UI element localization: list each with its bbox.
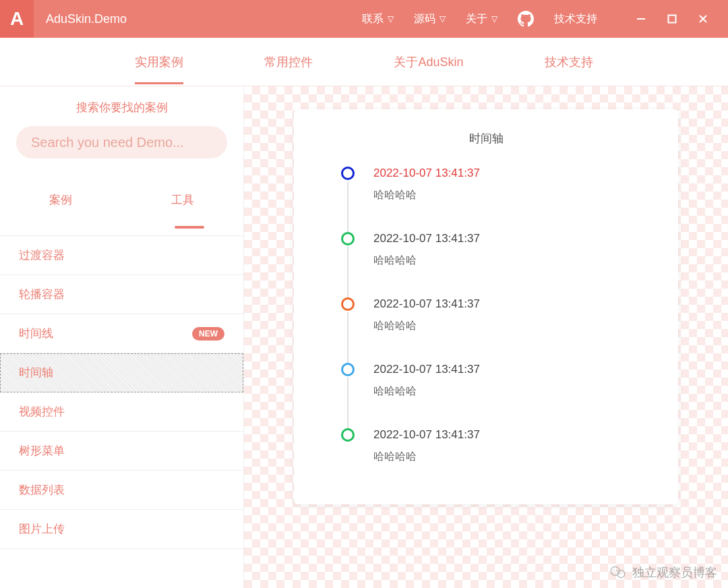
chevron-down-icon: ▽ bbox=[439, 14, 446, 24]
timeline-dot-icon bbox=[341, 363, 355, 376]
timeline-desc: 哈哈哈哈 bbox=[373, 319, 651, 333]
timeline-time: 2022-10-07 13:41:37 bbox=[373, 363, 651, 376]
titlebar: A AduSkin.Demo 联系 ▽ 源码 ▽ 关于 ▽ 技术支持 bbox=[0, 0, 728, 38]
timeline-desc: 哈哈哈哈 bbox=[373, 384, 651, 399]
timeline-item: 2022-10-07 13:41:37哈哈哈哈 bbox=[341, 363, 651, 428]
timeline-dot-icon bbox=[341, 428, 355, 442]
chevron-down-icon: ▽ bbox=[388, 14, 394, 24]
timeline-item: 2022-10-07 13:41:37哈哈哈哈 bbox=[341, 297, 651, 363]
timeline-item: 2022-10-07 13:41:37哈哈哈哈 bbox=[341, 428, 651, 464]
window-controls bbox=[626, 0, 719, 38]
app-title: AduSkin.Demo bbox=[46, 12, 127, 26]
timeline-dot-icon bbox=[341, 167, 355, 180]
list-item-label: 数据列表 bbox=[19, 482, 65, 498]
tab-controls[interactable]: 常用控件 bbox=[264, 40, 313, 84]
maximize-button[interactable] bbox=[657, 0, 688, 38]
timeline-desc: 哈哈哈哈 bbox=[373, 450, 651, 464]
timeline-item: 2022-10-07 13:41:37哈哈哈哈 bbox=[341, 232, 651, 297]
menu-support[interactable]: 技术支持 bbox=[554, 12, 597, 26]
svg-rect-1 bbox=[669, 16, 676, 23]
list-item-label: 树形菜单 bbox=[19, 443, 65, 459]
search-input[interactable] bbox=[16, 126, 227, 158]
menu-github[interactable] bbox=[518, 11, 534, 27]
search-wrap bbox=[0, 115, 243, 164]
timeline-time: 2022-10-07 13:41:37 bbox=[373, 428, 651, 442]
minimize-button[interactable] bbox=[626, 0, 657, 38]
sub-tab-cases[interactable]: 案例 bbox=[0, 183, 122, 217]
sub-tab-tools[interactable]: 工具 bbox=[122, 183, 244, 217]
search-label: 搜索你要找的案例 bbox=[0, 100, 243, 115]
timeline-desc: 哈哈哈哈 bbox=[373, 254, 651, 268]
tab-examples[interactable]: 实用案例 bbox=[135, 40, 183, 84]
list-item[interactable]: 树形菜单 bbox=[0, 432, 243, 471]
list-item[interactable]: 时间线 NEW bbox=[0, 314, 243, 353]
chevron-down-icon: ▽ bbox=[491, 14, 497, 24]
sidebar-sub-tabs: 案例 工具 bbox=[0, 183, 243, 217]
tab-support[interactable]: 技术支持 bbox=[545, 40, 593, 84]
list-item-label: 时间线 bbox=[19, 326, 53, 341]
card-title: 时间轴 bbox=[321, 131, 651, 146]
timeline-card: 时间轴 2022-10-07 13:41:37哈哈哈哈2022-10-07 13… bbox=[294, 109, 678, 504]
list-item-label: 时间轴 bbox=[19, 365, 53, 380]
list-item-label: 轮播容器 bbox=[19, 287, 65, 302]
list-item-label: 过渡容器 bbox=[19, 247, 65, 263]
timeline-time: 2022-10-07 13:41:37 bbox=[373, 167, 651, 180]
list-item[interactable]: 数据列表 bbox=[0, 471, 243, 510]
timeline-dot-icon bbox=[341, 232, 355, 245]
menu-source[interactable]: 源码 ▽ bbox=[414, 12, 446, 26]
sidebar-list[interactable]: 过渡容器 轮播容器 时间线 NEW 时间轴 视频控件 树形菜单 数据列表 图 bbox=[0, 217, 243, 588]
list-item[interactable]: 时间轴 bbox=[0, 353, 243, 392]
list-fragment bbox=[0, 217, 243, 236]
list-item-label: 视频控件 bbox=[19, 404, 65, 419]
list-item[interactable]: 轮播容器 bbox=[0, 275, 243, 314]
menu-contact[interactable]: 联系 ▽ bbox=[362, 12, 394, 26]
list-item[interactable]: 视频控件 bbox=[0, 392, 243, 432]
timeline: 2022-10-07 13:41:37哈哈哈哈2022-10-07 13:41:… bbox=[341, 167, 651, 464]
timeline-dot-icon bbox=[341, 297, 355, 311]
list-item[interactable]: 图片上传 bbox=[0, 510, 243, 549]
sidebar: 搜索你要找的案例 案例 工具 过渡容器 轮播容器 时间线 NEW 时间轴 bbox=[0, 86, 244, 588]
new-badge: NEW bbox=[192, 327, 224, 341]
github-icon bbox=[518, 11, 534, 27]
menu-about[interactable]: 关于 ▽ bbox=[466, 12, 497, 26]
menu-contact-label: 联系 bbox=[362, 12, 384, 26]
timeline-item: 2022-10-07 13:41:37哈哈哈哈 bbox=[341, 167, 651, 232]
main-tabs: 实用案例 常用控件 关于AduSkin 技术支持 bbox=[0, 38, 728, 86]
timeline-time: 2022-10-07 13:41:37 bbox=[373, 232, 651, 245]
tab-about-aduskin[interactable]: 关于AduSkin bbox=[394, 40, 463, 84]
menu-source-label: 源码 bbox=[414, 12, 435, 26]
timeline-time: 2022-10-07 13:41:37 bbox=[373, 297, 651, 311]
close-button[interactable] bbox=[688, 0, 719, 38]
content-area: 时间轴 2022-10-07 13:41:37哈哈哈哈2022-10-07 13… bbox=[244, 86, 728, 588]
list-item-label: 图片上传 bbox=[19, 521, 65, 537]
list-item[interactable]: 过渡容器 bbox=[0, 236, 243, 275]
menu-about-label: 关于 bbox=[466, 12, 487, 26]
tool-underline bbox=[175, 226, 204, 229]
app-logo: A bbox=[0, 0, 34, 38]
body: 搜索你要找的案例 案例 工具 过渡容器 轮播容器 时间线 NEW 时间轴 bbox=[0, 86, 728, 588]
timeline-desc: 哈哈哈哈 bbox=[373, 188, 651, 202]
menu-support-label: 技术支持 bbox=[554, 12, 597, 26]
titlebar-menu: 联系 ▽ 源码 ▽ 关于 ▽ 技术支持 bbox=[362, 0, 728, 38]
